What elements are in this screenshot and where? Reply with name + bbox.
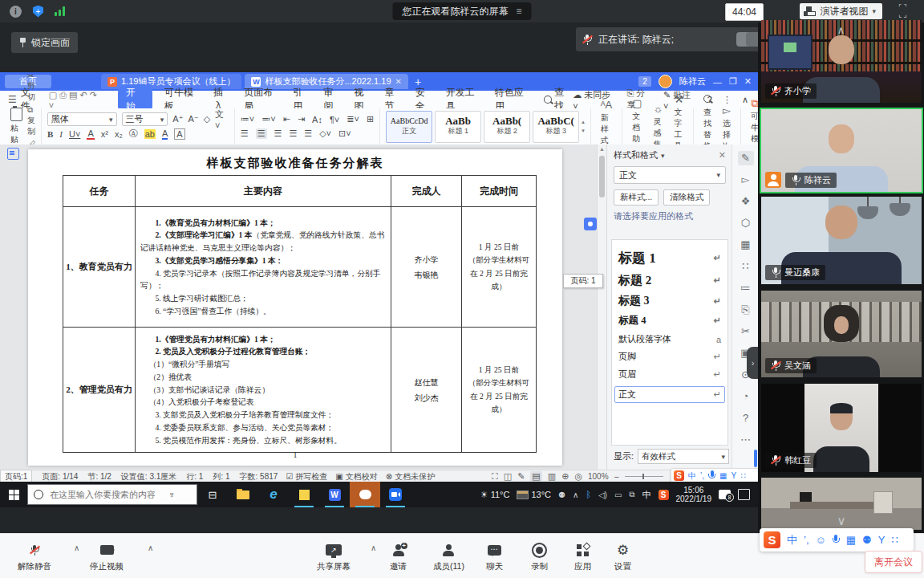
apps-button[interactable]: 应用 <box>574 542 591 572</box>
cut-button[interactable]: ✂ 剪切 <box>27 71 35 103</box>
view-mode-button[interactable]: 演讲者视图 ▾ <box>800 3 882 19</box>
collapse-strip-chevron[interactable]: ∧ <box>837 24 845 36</box>
ime-mode-icon[interactable]: 中 <box>688 470 696 482</box>
action-center-icon[interactable] <box>738 489 750 500</box>
font-name-select[interactable]: 黑体▾ <box>47 112 117 126</box>
sticky-notes-icon[interactable] <box>289 482 319 507</box>
style-item-footer[interactable]: 页脚↵ <box>618 351 721 363</box>
justify-icon[interactable]: ☰ <box>289 128 297 139</box>
doc-assistant-button[interactable]: ▢文档助手 <box>628 110 646 143</box>
members-button[interactable]: 成员(11) <box>433 542 464 572</box>
edge-icon[interactable]: e <box>258 482 289 507</box>
settings-button[interactable]: ⚙ 设置 <box>614 542 631 572</box>
subscript-icon[interactable]: x₂ <box>115 129 123 139</box>
underline-icon[interactable]: U˅ <box>69 129 80 139</box>
share-options-caret[interactable]: ∧ <box>371 543 376 552</box>
grow-font-icon[interactable]: A⁺ <box>172 114 183 124</box>
zoom-out-icon[interactable]: − <box>614 472 619 482</box>
style-item-heading3[interactable]: 标题 3↵ <box>618 294 721 308</box>
toolbox-icon[interactable]: ∷ <box>740 471 745 480</box>
scrollbar-thumb[interactable] <box>599 156 605 197</box>
wps-taskbar-icon[interactable]: W <box>319 482 350 507</box>
style-item-heading4[interactable]: 标题 4↵ <box>618 314 721 328</box>
panel-anchor-icon[interactable] <box>584 218 597 230</box>
message-tray-icon[interactable] <box>719 490 731 499</box>
leave-meeting-button[interactable]: 离开会议 <box>865 551 922 573</box>
seal-tool-icon[interactable]: ⬡ <box>738 216 754 230</box>
collapse-ribbon-icon[interactable]: ∧ <box>742 95 748 105</box>
punctuation-icon[interactable]: ’, <box>700 471 704 480</box>
minimize-button[interactable]: — <box>713 77 722 87</box>
superscript-icon[interactable]: x² <box>101 129 108 139</box>
align-center-icon[interactable]: ☰ <box>256 128 267 139</box>
punctuation-icon[interactable]: ’, <box>804 534 809 546</box>
bold-icon[interactable]: B <box>47 129 53 139</box>
document-page[interactable]: 样板支部验收准备任务分解表 任务 主要内容 完成人 完成时间 1、教育党员有力1… <box>28 149 562 466</box>
clear-format-button[interactable]: 清除格式 <box>663 189 710 206</box>
adjust-tool-icon[interactable]: ≔ <box>738 281 754 295</box>
zoom-slider[interactable] <box>625 476 663 477</box>
inspiration-button[interactable]: ☼灵感集 <box>650 110 667 143</box>
scroll-up-icon[interactable]: ▲ <box>598 146 606 152</box>
skin-icon[interactable]: Y <box>731 471 736 480</box>
search-input[interactable] <box>48 489 164 500</box>
search-mic-icon[interactable]: ♆ <box>168 490 175 499</box>
ime-mode-icon[interactable]: 中 <box>787 533 797 547</box>
fullscreen-icon[interactable]: ⌜⌝⌞⌟ <box>898 4 913 18</box>
select-button[interactable]: ▻选择 ˅ <box>719 110 735 143</box>
select-tool-icon[interactable]: ▻ <box>738 173 754 187</box>
mic-options-caret[interactable]: ∧ <box>74 543 79 552</box>
style-heading1[interactable]: AaBb标题 1 <box>435 111 481 143</box>
align-left-icon[interactable]: ☰ <box>241 128 249 139</box>
paste-options-icon[interactable] <box>7 148 19 160</box>
shrink-font-icon[interactable]: A⁻ <box>188 114 198 124</box>
meeting-info-icon[interactable]: i <box>10 6 22 18</box>
collaboration-badge[interactable]: 2 <box>638 76 651 87</box>
account-icon[interactable]: ⚉ <box>862 534 872 546</box>
outline-view-icon[interactable]: ▥ <box>548 471 556 482</box>
char-border-icon[interactable]: A <box>174 128 184 140</box>
panel-collapse-handle[interactable]: › <box>747 347 759 379</box>
skin-icon[interactable]: Y <box>878 534 886 546</box>
align-right-icon[interactable]: ☰ <box>274 128 282 139</box>
style-item-normal-selected[interactable]: 正文↵ <box>614 386 725 403</box>
meeting-security-icon[interactable]: + <box>33 6 43 18</box>
lock-view-button[interactable]: 锁定画面 <box>11 32 78 53</box>
quick-access-icons[interactable]: ▢ ⎙ ▤ ↶ ↷ ˅ <box>49 90 103 110</box>
scroll-down-chevron[interactable]: ∨ <box>837 514 846 528</box>
toolbox-icon[interactable]: ∷ <box>891 534 898 546</box>
wechat-icon[interactable] <box>350 482 380 507</box>
clear-format-icon[interactable]: ◇ <box>204 114 210 124</box>
zoom-value[interactable]: 100% <box>588 472 609 481</box>
circle-char-icon[interactable]: Ⓐ <box>129 128 138 140</box>
restore-button[interactable]: ❐ <box>729 76 737 87</box>
weather-sun-icon[interactable]: ☀ 11°C <box>480 490 510 500</box>
line-spacing-icon[interactable]: ≣˅ <box>346 114 359 124</box>
shapes-tool-icon[interactable]: ❖ <box>738 194 754 209</box>
font-color-icon[interactable]: A <box>87 128 94 140</box>
volume-icon[interactable]: ◁) <box>598 490 607 499</box>
char-color-icon[interactable]: A <box>162 128 168 140</box>
voice-input-icon[interactable] <box>833 535 840 545</box>
sogou-logo-icon[interactable]: S <box>674 470 684 481</box>
style-item-header[interactable]: 页眉↵ <box>618 368 721 381</box>
edit-view-icon[interactable]: ✎ <box>517 471 525 482</box>
video-options-caret[interactable]: ∧ <box>148 543 153 552</box>
style-item-heading2[interactable]: 标题 2↵ <box>618 273 721 288</box>
new-style-panel-button[interactable]: 新样式... <box>614 189 659 206</box>
italic-icon[interactable]: I <box>59 129 63 139</box>
sort-icon[interactable]: ⊡˅ <box>338 128 351 139</box>
taskbar-search[interactable]: ♆ <box>27 484 197 505</box>
hidden-icons-chevron[interactable]: ∧ <box>573 490 578 499</box>
borders-icon[interactable]: ⊞ <box>367 114 374 124</box>
eye-protect-icon[interactable]: ◎ <box>574 471 582 482</box>
share-screen-button[interactable]: ↗ 共享屏幕 <box>317 542 351 572</box>
panel-close-icon[interactable]: ✕ <box>719 150 726 161</box>
style-heading2[interactable]: AaBb(标题 2 <box>484 111 530 143</box>
link-icon[interactable]: ⧉ <box>629 490 634 499</box>
record-button[interactable]: 录制 <box>531 542 548 572</box>
table-tool-icon[interactable]: ▦ <box>738 238 754 252</box>
taskbar-clock[interactable]: 15:062022/1/19 <box>676 486 712 503</box>
weather-widget[interactable]: 13°C <box>517 490 551 499</box>
new-style-button[interactable]: ᴬA新样式 ˅ <box>597 110 617 143</box>
